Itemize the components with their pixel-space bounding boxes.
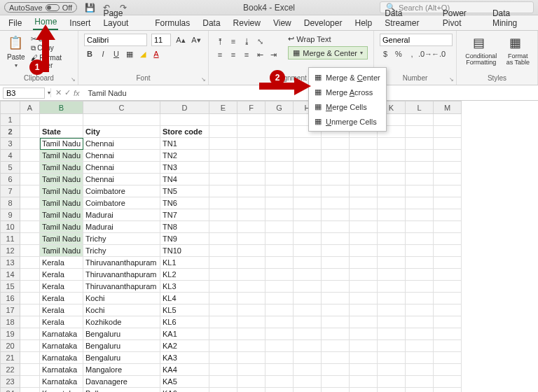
cell-E10[interactable]	[209, 221, 237, 233]
cell-J20[interactable]	[350, 340, 378, 352]
row-header-4[interactable]: 4	[1, 150, 20, 162]
cell-B16[interactable]: Kerala	[40, 293, 83, 304]
cell-I9[interactable]	[322, 209, 350, 221]
cell-C8[interactable]: Coimbatore	[83, 197, 160, 209]
cell-I19[interactable]	[322, 328, 350, 340]
cell-B18[interactable]: Kerala	[40, 316, 83, 328]
cell-J6[interactable]	[350, 174, 378, 186]
cell-C7[interactable]: Coimbatore	[83, 186, 160, 197]
name-box[interactable]	[3, 88, 45, 99]
comma-icon[interactable]: ,	[406, 48, 418, 59]
cell-E9[interactable]	[209, 209, 237, 221]
cell-F7[interactable]	[237, 186, 265, 197]
cell-M2[interactable]	[434, 126, 462, 138]
row-header-5[interactable]: 5	[1, 162, 20, 174]
cell-D12[interactable]: TN10	[160, 245, 209, 257]
cell-B20[interactable]: Karnataka	[40, 340, 83, 352]
cell-K9[interactable]	[378, 209, 406, 221]
row-header-19[interactable]: 19	[1, 328, 20, 340]
italic-button[interactable]: I	[97, 48, 109, 59]
cell-A12[interactable]	[20, 245, 40, 257]
cell-G7[interactable]	[265, 186, 294, 197]
col-header-C[interactable]: C	[83, 102, 160, 114]
dialog-launcher-icon[interactable]: ↘	[201, 76, 206, 83]
worksheet-grid[interactable]: ABCDEFGHIJKLM12StateCityStore code3Tamil…	[0, 101, 538, 392]
cell-B9[interactable]: Tamil Nadu	[40, 209, 83, 221]
cell-E5[interactable]	[209, 162, 237, 174]
cell-B2[interactable]: State	[40, 126, 83, 138]
cell-G6[interactable]	[265, 174, 294, 186]
cell-D20[interactable]: KA2	[160, 340, 209, 352]
cell-E15[interactable]	[209, 281, 237, 293]
cell-G2[interactable]	[265, 126, 294, 138]
font-name-combo[interactable]	[84, 34, 147, 46]
cell-E19[interactable]	[209, 328, 237, 340]
cell-D9[interactable]: TN7	[160, 209, 209, 221]
cell-A8[interactable]	[20, 197, 40, 209]
cell-H17[interactable]	[294, 304, 322, 316]
row-header-12[interactable]: 12	[1, 245, 20, 257]
merge-option-3[interactable]: ▦Unmerge Cells	[309, 114, 386, 129]
cell-M11[interactable]	[434, 233, 462, 245]
cell-B19[interactable]: Karnataka	[40, 328, 83, 340]
cell-D24[interactable]: KA6	[160, 388, 209, 393]
cell-M23[interactable]	[434, 376, 462, 388]
row-header-16[interactable]: 16	[1, 293, 20, 304]
cell-K22[interactable]	[378, 364, 406, 376]
cell-M24[interactable]	[434, 388, 462, 393]
cell-M14[interactable]	[434, 269, 462, 281]
cell-B8[interactable]: Tamil Nadu	[40, 197, 83, 209]
cell-A4[interactable]	[20, 150, 40, 162]
cell-L13[interactable]	[406, 257, 434, 269]
dialog-launcher-icon[interactable]: ↘	[71, 76, 76, 83]
col-header-D[interactable]: D	[160, 102, 209, 114]
row-header-15[interactable]: 15	[1, 281, 20, 293]
row-header-13[interactable]: 13	[1, 257, 20, 269]
cell-I7[interactable]	[322, 186, 350, 197]
cell-J7[interactable]	[350, 186, 378, 197]
cell-M13[interactable]	[434, 257, 462, 269]
tab-data-streamer[interactable]: Data Streamer	[383, 6, 432, 30]
cell-E21[interactable]	[209, 352, 237, 364]
cell-C12[interactable]: Trichy	[83, 245, 160, 257]
cell-H11[interactable]	[294, 233, 322, 245]
cell-L14[interactable]	[406, 269, 434, 281]
cell-A7[interactable]	[20, 186, 40, 197]
cell-K21[interactable]	[378, 352, 406, 364]
row-header-7[interactable]: 7	[1, 186, 20, 197]
cell-L20[interactable]	[406, 340, 434, 352]
col-header-F[interactable]: F	[237, 102, 265, 114]
row-header-6[interactable]: 6	[1, 174, 20, 186]
cell-L24[interactable]	[406, 388, 434, 393]
align-bottom-icon[interactable]: ⭳	[241, 36, 252, 47]
cell-A3[interactable]	[20, 138, 40, 150]
cell-F12[interactable]	[237, 245, 265, 257]
cell-L6[interactable]	[406, 174, 434, 186]
increase-font-icon[interactable]: A▴	[175, 34, 186, 46]
cell-F8[interactable]	[237, 197, 265, 209]
cell-H18[interactable]	[294, 316, 322, 328]
cell-E6[interactable]	[209, 174, 237, 186]
select-all[interactable]	[1, 102, 20, 114]
align-middle-icon[interactable]: ≡	[228, 36, 239, 47]
cell-C6[interactable]: Chennai	[83, 174, 160, 186]
cell-G22[interactable]	[265, 364, 294, 376]
cell-F9[interactable]	[237, 209, 265, 221]
cell-F1[interactable]	[237, 114, 265, 126]
cell-J24[interactable]	[350, 388, 378, 393]
row-header-17[interactable]: 17	[1, 304, 20, 316]
cell-A9[interactable]	[20, 209, 40, 221]
cell-H9[interactable]	[294, 209, 322, 221]
cell-H10[interactable]	[294, 221, 322, 233]
cell-L12[interactable]	[406, 245, 434, 257]
increase-indent-icon[interactable]: ⇥	[268, 49, 279, 60]
number-format-combo[interactable]	[380, 34, 453, 46]
underline-button[interactable]: U	[111, 48, 122, 59]
cell-F23[interactable]	[237, 376, 265, 388]
cell-F4[interactable]	[237, 150, 265, 162]
cell-K13[interactable]	[378, 257, 406, 269]
cell-B21[interactable]: Karnataka	[40, 352, 83, 364]
cell-G19[interactable]	[265, 328, 294, 340]
cell-M8[interactable]	[434, 197, 462, 209]
tab-review[interactable]: Review	[232, 16, 262, 30]
